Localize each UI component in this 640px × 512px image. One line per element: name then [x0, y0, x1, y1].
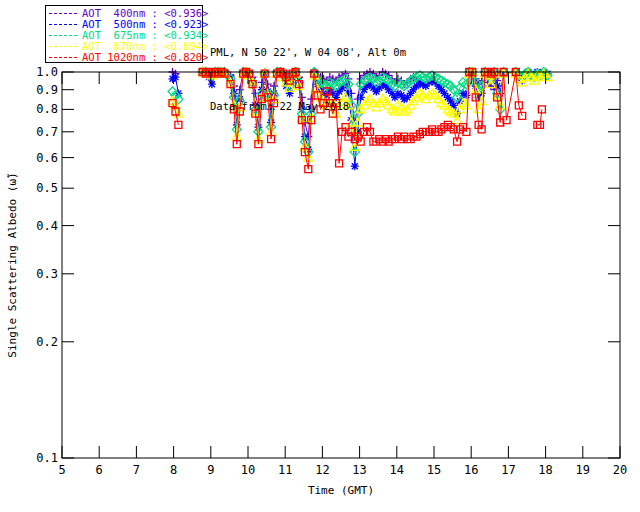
svg-text:7: 7 [133, 463, 140, 477]
svg-text:0.1: 0.1 [36, 451, 58, 465]
svg-text:19: 19 [576, 463, 590, 477]
svg-text:13: 13 [352, 463, 366, 477]
svg-text:20: 20 [613, 463, 627, 477]
svg-text:12: 12 [315, 463, 329, 477]
svg-text:Single Scattering Albedo (ω̃): Single Scattering Albedo (ω̃) [6, 172, 19, 357]
svg-text:5: 5 [58, 463, 65, 477]
svg-text:0.5: 0.5 [36, 181, 58, 195]
svg-text:0.9: 0.9 [36, 83, 58, 97]
svg-text:17: 17 [501, 463, 515, 477]
svg-text:0.8: 0.8 [36, 102, 58, 116]
svg-text:Time (GMT): Time (GMT) [308, 484, 374, 497]
legend-row-1020nm: AOT 1020nm : <0.820> [49, 52, 199, 63]
svg-text:0.6: 0.6 [36, 151, 58, 165]
svg-text:9: 9 [207, 463, 214, 477]
svg-text:14: 14 [390, 463, 404, 477]
app-window: 5678910111213141516171819201.00.90.80.70… [0, 0, 640, 512]
svg-text:11: 11 [278, 463, 292, 477]
legend-label-1020nm: AOT 1020nm : <0.820> [82, 52, 208, 63]
svg-text:16: 16 [464, 463, 478, 477]
svg-text:0.4: 0.4 [36, 219, 58, 233]
svg-text:10: 10 [241, 463, 255, 477]
svg-text:15: 15 [427, 463, 441, 477]
legend-line-sample-400nm [49, 13, 77, 14]
station-info: PML, N 50 22', W 04 08', Alt 0m [210, 43, 406, 61]
svg-text:6: 6 [96, 463, 103, 477]
svg-text:0.3: 0.3 [36, 267, 58, 281]
svg-text:1.0: 1.0 [36, 65, 58, 79]
legend-line-sample-675nm [49, 35, 77, 36]
svg-text:0.7: 0.7 [36, 125, 58, 139]
legend-line-sample-1020nm [49, 57, 77, 58]
svg-text:0.2: 0.2 [36, 335, 58, 349]
legend-line-sample-870nm [49, 46, 77, 47]
svg-text:18: 18 [538, 463, 552, 477]
plot-header: PML, N 50 22', W 04 08', Alt 0m Data fro… [210, 7, 406, 151]
legend-box: AOT 400nm : <0.936> AOT 500nm : <0.923> … [45, 5, 203, 63]
svg-text:8: 8 [170, 463, 177, 477]
legend-line-sample-500nm [49, 24, 77, 25]
data-date: Data from: 22 May 2018 [210, 97, 406, 115]
